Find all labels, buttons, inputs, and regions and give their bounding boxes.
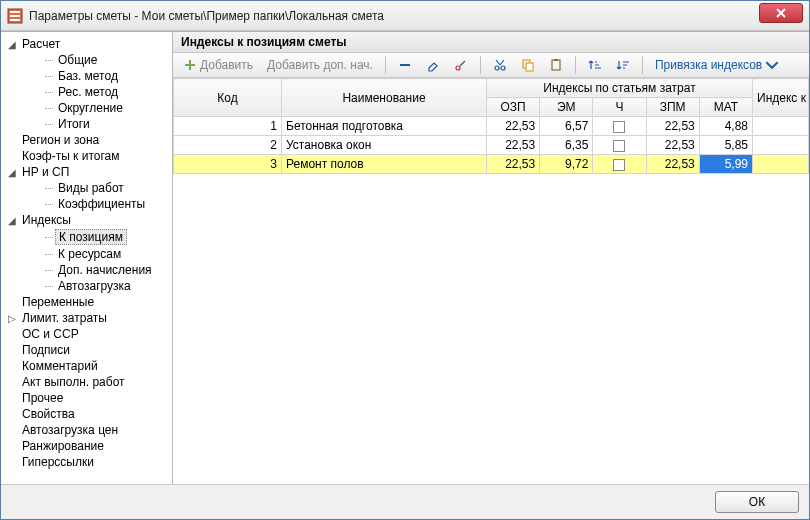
- cell-ozp[interactable]: 22,53: [487, 136, 540, 155]
- col-em[interactable]: ЭМ: [540, 98, 593, 117]
- tree-item[interactable]: Гиперссылки: [1, 454, 172, 470]
- cell-zpm[interactable]: 22,53: [646, 117, 699, 136]
- tree-item[interactable]: Комментарий: [1, 358, 172, 374]
- cell-mat[interactable]: 5,85: [699, 136, 752, 155]
- tree-item[interactable]: Регион и зона: [1, 132, 172, 148]
- expand-icon[interactable]: ▷: [7, 313, 17, 323]
- tree-item[interactable]: Доп. начисления: [1, 262, 172, 278]
- table-row[interactable]: 3Ремонт полов22,539,7222,535,99: [174, 155, 809, 174]
- add-button[interactable]: Добавить: [179, 56, 257, 74]
- collapse-icon[interactable]: ◢: [7, 167, 17, 177]
- svg-rect-2: [10, 15, 20, 17]
- tree-item[interactable]: Автозагрузка цен: [1, 422, 172, 438]
- tree-item[interactable]: Ранжирование: [1, 438, 172, 454]
- cell-name[interactable]: Ремонт полов: [282, 155, 487, 174]
- cell-ozp[interactable]: 22,53: [487, 117, 540, 136]
- tree-item[interactable]: ▷Лимит. затраты: [1, 310, 172, 326]
- tree-item[interactable]: ◢Индексы: [1, 212, 172, 228]
- tree-item[interactable]: К ресурсам: [1, 246, 172, 262]
- cell-zpm[interactable]: 22,53: [646, 155, 699, 174]
- col-name[interactable]: Наименование: [282, 79, 487, 117]
- tree-item[interactable]: Автозагрузка: [1, 278, 172, 294]
- tree-item[interactable]: ОС и ССР: [1, 326, 172, 342]
- cell-code[interactable]: 3: [174, 155, 282, 174]
- titlebar[interactable]: Параметры сметы - Мои сметы\Пример папки…: [1, 1, 809, 31]
- grid[interactable]: Код Наименование Индексы по статьям затр…: [173, 78, 809, 484]
- cell-cmr[interactable]: [753, 136, 809, 155]
- cell-em[interactable]: 6,57: [540, 117, 593, 136]
- cell-em[interactable]: 6,35: [540, 136, 593, 155]
- copy-button[interactable]: [517, 56, 539, 74]
- table-row[interactable]: 1Бетонная подготовка22,536,5722,534,88: [174, 117, 809, 136]
- window-title: Параметры сметы - Мои сметы\Пример папки…: [29, 9, 759, 23]
- cell-code[interactable]: 2: [174, 136, 282, 155]
- cell-code[interactable]: 1: [174, 117, 282, 136]
- main-panel: Индексы к позициям сметы Добавить Добави…: [173, 32, 809, 484]
- paste-button[interactable]: [545, 56, 567, 74]
- tree-item[interactable]: Акт выполн. работ: [1, 374, 172, 390]
- tree-item-label: Прочее: [19, 391, 66, 405]
- erase-button[interactable]: [422, 56, 444, 74]
- cell-ch[interactable]: [593, 136, 646, 155]
- close-button[interactable]: [759, 3, 803, 23]
- table-row[interactable]: 2Установка окон22,536,3522,535,85: [174, 136, 809, 155]
- tree-item[interactable]: ◢Расчет: [1, 36, 172, 52]
- copy-icon: [521, 58, 535, 72]
- tree-item[interactable]: К позициям: [1, 228, 172, 246]
- delete-button[interactable]: [394, 56, 416, 74]
- cell-cmr[interactable]: [753, 117, 809, 136]
- binding-dropdown[interactable]: Привязка индексов: [651, 56, 783, 74]
- cell-mat[interactable]: 5,99: [699, 155, 752, 174]
- cell-ch[interactable]: [593, 117, 646, 136]
- tree-item[interactable]: Коэф-ты к итогам: [1, 148, 172, 164]
- tree-item[interactable]: Общие: [1, 52, 172, 68]
- col-cmr[interactable]: Индекс к СМР: [753, 79, 809, 117]
- tree-item[interactable]: Виды работ: [1, 180, 172, 196]
- app-icon: [7, 8, 23, 24]
- cell-name[interactable]: Бетонная подготовка: [282, 117, 487, 136]
- cell-zpm[interactable]: 22,53: [646, 136, 699, 155]
- cell-ozp[interactable]: 22,53: [487, 155, 540, 174]
- collapse-icon[interactable]: ◢: [7, 39, 17, 49]
- tree-item-label: Округление: [55, 101, 126, 115]
- tree-item[interactable]: ◢НР и СП: [1, 164, 172, 180]
- tree-item[interactable]: Баз. метод: [1, 68, 172, 84]
- ok-button[interactable]: ОК: [715, 491, 799, 513]
- tree-item-label: Коэф-ты к итогам: [19, 149, 122, 163]
- tree-item[interactable]: Итоги: [1, 116, 172, 132]
- minus-icon: [398, 58, 412, 72]
- collapse-icon[interactable]: ◢: [7, 215, 17, 225]
- checkbox-icon[interactable]: [613, 159, 625, 171]
- col-ch[interactable]: Ч: [593, 98, 646, 117]
- cell-cmr[interactable]: [753, 155, 809, 174]
- tree-item[interactable]: Прочее: [1, 390, 172, 406]
- col-zpm[interactable]: ЗПМ: [646, 98, 699, 117]
- col-code[interactable]: Код: [174, 79, 282, 117]
- col-ozp[interactable]: ОЗП: [487, 98, 540, 117]
- cut-button[interactable]: [489, 56, 511, 74]
- cell-mat[interactable]: 4,88: [699, 117, 752, 136]
- sort-desc-button[interactable]: [612, 56, 634, 74]
- sort-asc-button[interactable]: [584, 56, 606, 74]
- cut-alt-button[interactable]: [450, 56, 472, 74]
- erase-icon: [426, 58, 440, 72]
- add-dop-button[interactable]: Добавить доп. нач.: [263, 56, 377, 74]
- tree-item-label: Комментарий: [19, 359, 101, 373]
- tree-item[interactable]: Округление: [1, 100, 172, 116]
- cell-ch[interactable]: [593, 155, 646, 174]
- col-group-indices[interactable]: Индексы по статьям затрат: [487, 79, 753, 98]
- tree-item[interactable]: Подписи: [1, 342, 172, 358]
- checkbox-icon[interactable]: [613, 140, 625, 152]
- cell-em[interactable]: 9,72: [540, 155, 593, 174]
- col-mat[interactable]: МАТ: [699, 98, 752, 117]
- tree-item-label: Расчет: [19, 37, 63, 51]
- cell-name[interactable]: Установка окон: [282, 136, 487, 155]
- checkbox-icon[interactable]: [613, 121, 625, 133]
- tree-item[interactable]: Переменные: [1, 294, 172, 310]
- tree-item[interactable]: Коэффициенты: [1, 196, 172, 212]
- tree-item[interactable]: Свойства: [1, 406, 172, 422]
- tree-bullet-icon: [33, 265, 43, 275]
- sidebar[interactable]: ◢РасчетОбщиеБаз. методРес. методОкруглен…: [1, 32, 173, 484]
- tree-item[interactable]: Рес. метод: [1, 84, 172, 100]
- tree-bullet-icon: [7, 297, 17, 307]
